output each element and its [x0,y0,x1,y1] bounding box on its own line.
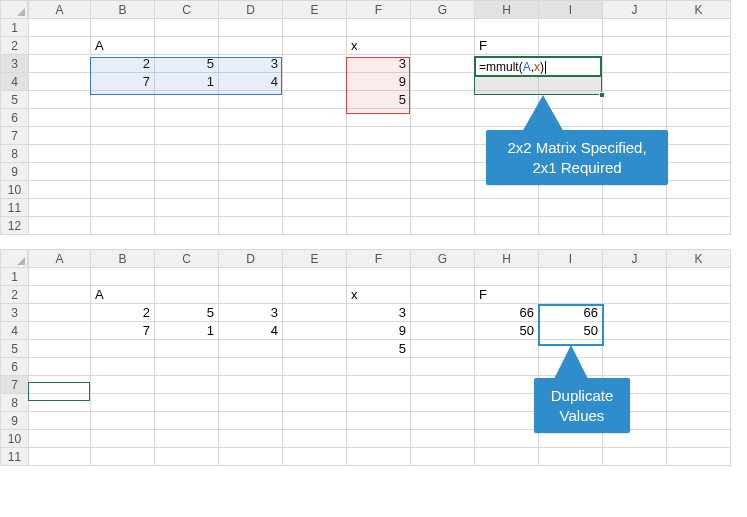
col-header[interactable]: D [219,1,283,19]
col-header[interactable]: E [283,250,347,268]
cell[interactable]: 7 [91,73,155,91]
row-header[interactable]: 7 [1,376,29,394]
col-header[interactable]: D [219,250,283,268]
row-header[interactable]: 4 [1,73,29,91]
col-header[interactable]: B [91,250,155,268]
vector-x-label: x [347,37,411,55]
row-header[interactable]: 11 [1,199,29,217]
cell[interactable]: 2 [91,55,155,73]
grid-bottom[interactable]: A B C D E F G H I J K 1 2 A x F 3 [0,249,731,466]
row-header[interactable]: 7 [1,127,29,145]
cell[interactable]: 66 [475,304,539,322]
cell[interactable]: 2 [91,304,155,322]
row-header[interactable]: 3 [1,304,29,322]
row-header[interactable]: 5 [1,340,29,358]
row-header[interactable]: 3 [1,55,29,73]
col-header[interactable]: A [29,1,91,19]
row-header[interactable]: 4 [1,322,29,340]
row-header[interactable]: 8 [1,394,29,412]
select-all-corner[interactable] [0,0,28,19]
row-header[interactable]: 11 [1,448,29,466]
cell[interactable]: 5 [155,55,219,73]
row-header[interactable]: 1 [1,19,29,37]
col-header[interactable]: F [347,1,411,19]
col-header[interactable]: K [667,1,731,19]
row-header[interactable]: 6 [1,358,29,376]
row-header[interactable]: 2 [1,286,29,304]
spreadsheet-bottom: A B C D E F G H I J K 1 2 A x F 3 [0,249,747,466]
col-header[interactable]: E [283,1,347,19]
col-header[interactable]: I [539,250,603,268]
row-header[interactable]: 5 [1,91,29,109]
row-header[interactable]: 8 [1,145,29,163]
spreadsheet-top: A B C D E F G H I J K 1 2 A x F 3 [0,0,747,235]
col-header[interactable]: C [155,1,219,19]
grid-top[interactable]: A B C D E F G H I J K 1 2 A x F 3 [0,0,731,235]
cell[interactable]: 9 [347,73,411,91]
vector-x-label: x [347,286,411,304]
col-header-row: A B C D E F G H I J K [1,250,731,268]
col-header[interactable]: H [475,1,539,19]
col-header[interactable]: F [347,250,411,268]
col-header[interactable]: J [603,250,667,268]
cell[interactable]: 4 [219,73,283,91]
row-header[interactable]: 2 [1,37,29,55]
row-header[interactable]: 9 [1,412,29,430]
select-all-corner[interactable] [0,249,28,268]
col-header[interactable]: J [603,1,667,19]
row-header[interactable]: 6 [1,109,29,127]
cell[interactable]: 1 [155,73,219,91]
result-f-label: F [475,37,539,55]
row-header[interactable]: 12 [1,217,29,235]
cell[interactable]: 3 [347,55,411,73]
matrix-a-label: A [91,286,155,304]
cell[interactable]: 66 [539,304,603,322]
cell[interactable]: 3 [219,55,283,73]
cell[interactable]: 3 [219,304,283,322]
col-header[interactable]: G [411,1,475,19]
col-header[interactable]: H [475,250,539,268]
col-header-row: A B C D E F G H I J K [1,1,731,19]
col-header[interactable]: G [411,250,475,268]
cell[interactable]: 5 [155,304,219,322]
row-header[interactable]: 1 [1,268,29,286]
cell[interactable]: 3 [347,304,411,322]
result-f-label: F [475,286,539,304]
cell[interactable]: 50 [475,322,539,340]
cell[interactable]: 1 [155,322,219,340]
row-header[interactable]: 9 [1,163,29,181]
row-header[interactable]: 10 [1,181,29,199]
cell[interactable]: 5 [347,91,411,109]
row-header[interactable]: 10 [1,430,29,448]
col-header[interactable]: B [91,1,155,19]
cell[interactable]: 50 [539,322,603,340]
col-header[interactable]: A [29,250,91,268]
cell[interactable]: 7 [91,322,155,340]
active-cell[interactable]: =mmult(A,x) [474,56,602,77]
text-cursor [545,61,546,74]
col-header[interactable]: I [539,1,603,19]
col-header[interactable]: K [667,250,731,268]
cell[interactable]: 4 [219,322,283,340]
cell[interactable]: 5 [347,340,411,358]
cell[interactable]: 9 [347,322,411,340]
formula-input[interactable]: =mmult(A,x) [476,58,600,74]
matrix-a-label: A [91,37,155,55]
col-header[interactable]: C [155,250,219,268]
